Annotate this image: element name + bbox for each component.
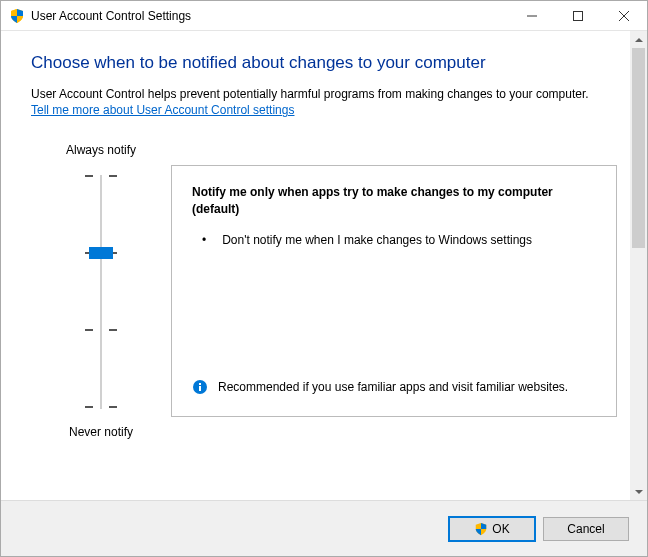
page-content: Choose when to be notified about changes… xyxy=(1,31,647,500)
slider-label-never: Never notify xyxy=(69,425,133,439)
vertical-scrollbar[interactable] xyxy=(630,31,647,500)
info-bullet: Don't notify me when I make changes to W… xyxy=(192,232,596,249)
ok-button-label: OK xyxy=(492,522,509,536)
uac-shield-icon xyxy=(9,8,25,24)
info-bullet-list: Don't notify me when I make changes to W… xyxy=(192,232,596,257)
titlebar: User Account Control Settings xyxy=(1,1,647,31)
ok-button[interactable]: OK xyxy=(449,517,535,541)
learn-more-link[interactable]: Tell me more about User Account Control … xyxy=(31,103,294,117)
window-title: User Account Control Settings xyxy=(31,9,509,23)
window-controls xyxy=(509,1,647,30)
info-title: Notify me only when apps try to make cha… xyxy=(192,184,596,218)
slider-label-always: Always notify xyxy=(66,143,136,157)
chevron-down-icon xyxy=(635,490,643,494)
svg-rect-5 xyxy=(199,386,201,391)
dialog-button-bar: OK Cancel xyxy=(1,500,647,556)
svg-rect-6 xyxy=(199,383,201,385)
scroll-down-arrow[interactable] xyxy=(630,483,647,500)
info-recommend-text: Recommended if you use familiar apps and… xyxy=(218,379,568,396)
chevron-up-icon xyxy=(635,38,643,42)
info-icon xyxy=(192,379,208,395)
notification-info-box: Notify me only when apps try to make cha… xyxy=(171,165,617,417)
info-recommendation: Recommended if you use familiar apps and… xyxy=(192,379,596,402)
minimize-icon xyxy=(527,11,537,21)
close-icon xyxy=(619,11,629,21)
page-heading: Choose when to be notified about changes… xyxy=(31,53,617,73)
minimize-button[interactable] xyxy=(509,1,555,31)
slider-thumb[interactable] xyxy=(89,247,113,259)
maximize-icon xyxy=(573,11,583,21)
cancel-button[interactable]: Cancel xyxy=(543,517,629,541)
scroll-thumb[interactable] xyxy=(632,48,645,248)
cancel-button-label: Cancel xyxy=(567,522,604,536)
uac-shield-icon xyxy=(474,522,488,536)
close-button[interactable] xyxy=(601,1,647,31)
uac-slider[interactable] xyxy=(71,167,131,417)
page-description: User Account Control helps prevent poten… xyxy=(31,87,617,101)
maximize-button[interactable] xyxy=(555,1,601,31)
svg-rect-1 xyxy=(574,12,583,21)
scroll-up-arrow[interactable] xyxy=(630,31,647,48)
